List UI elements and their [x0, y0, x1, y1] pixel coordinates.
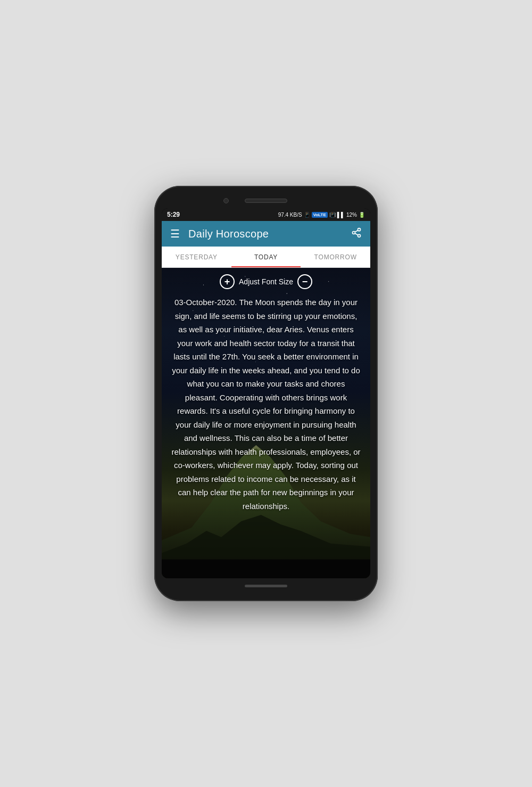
svg-point-0: [358, 228, 361, 231]
camera: [223, 198, 229, 203]
svg-point-1: [353, 231, 355, 234]
tab-today[interactable]: TODAY: [231, 247, 301, 267]
phone-icon: 📱: [304, 212, 310, 218]
tab-bar: YESTERDAY TODAY TOMORROW: [162, 247, 370, 268]
tab-yesterday[interactable]: YESTERDAY: [162, 247, 231, 267]
status-bar: 5:29 97.4 KB/S 📱 VoLTE 📳 ▌▌ 12% 🔋: [162, 208, 370, 221]
app-bar: ☰ Daily Horoscope: [162, 221, 370, 247]
phone-device: 5:29 97.4 KB/S 📱 VoLTE 📳 ▌▌ 12% 🔋 ☰ Dail…: [154, 186, 378, 601]
volte-badge: VoLTE: [312, 212, 328, 218]
phone-screen: 5:29 97.4 KB/S 📱 VoLTE 📳 ▌▌ 12% 🔋 ☰ Dail…: [162, 208, 370, 578]
vibrate-icon: 📳: [329, 212, 336, 218]
font-decrease-button[interactable]: −: [297, 274, 312, 289]
share-icon[interactable]: [351, 227, 362, 241]
network-speed: 97.4 KB/S: [278, 212, 302, 218]
status-time: 5:29: [167, 211, 180, 218]
content-scroll[interactable]: + Adjust Font Size − 03-October-2020. Th…: [162, 268, 370, 578]
battery-icon: 🔋: [359, 212, 365, 218]
battery-percent: 12%: [346, 212, 357, 218]
hamburger-menu-icon[interactable]: ☰: [170, 228, 180, 239]
phone-top-bar: [162, 195, 370, 208]
svg-line-4: [355, 230, 358, 232]
horoscope-text: 03-October-2020. The Moon spends the day…: [170, 296, 362, 513]
phone-bottom-bar: [162, 578, 370, 592]
svg-line-3: [355, 233, 358, 235]
tab-tomorrow[interactable]: TOMORROW: [301, 247, 370, 267]
status-right-section: 97.4 KB/S 📱 VoLTE 📳 ▌▌ 12% 🔋: [278, 212, 365, 218]
font-size-label: Adjust Font Size: [239, 277, 293, 286]
font-increase-button[interactable]: +: [220, 274, 235, 289]
signal-icon: ▌▌: [337, 212, 345, 218]
speaker: [245, 199, 287, 203]
svg-point-2: [358, 234, 361, 237]
content-area: + Adjust Font Size − 03-October-2020. Th…: [162, 268, 370, 578]
app-bar-title: Daily Horoscope: [188, 228, 351, 240]
home-indicator[interactable]: [245, 585, 287, 587]
font-size-controls: + Adjust Font Size −: [170, 274, 362, 289]
